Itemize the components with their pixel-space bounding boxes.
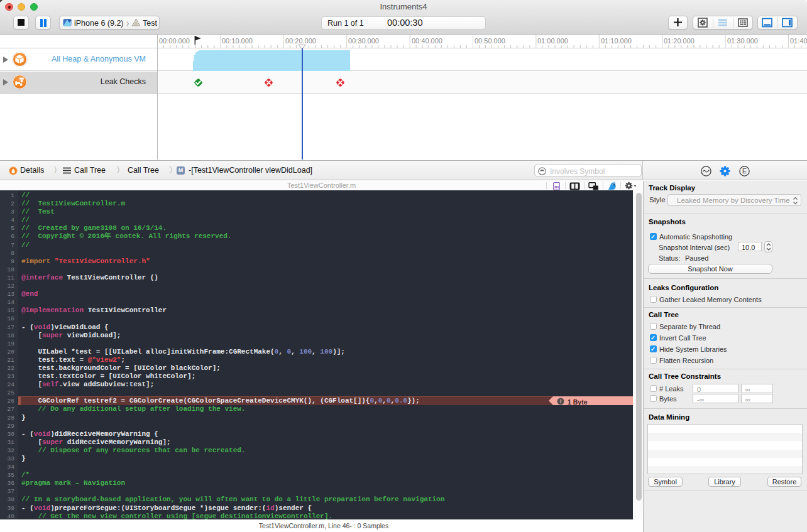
svg-text:!: ! [560,398,562,404]
svg-text:m: m [554,184,559,190]
svg-text:E: E [742,167,747,175]
